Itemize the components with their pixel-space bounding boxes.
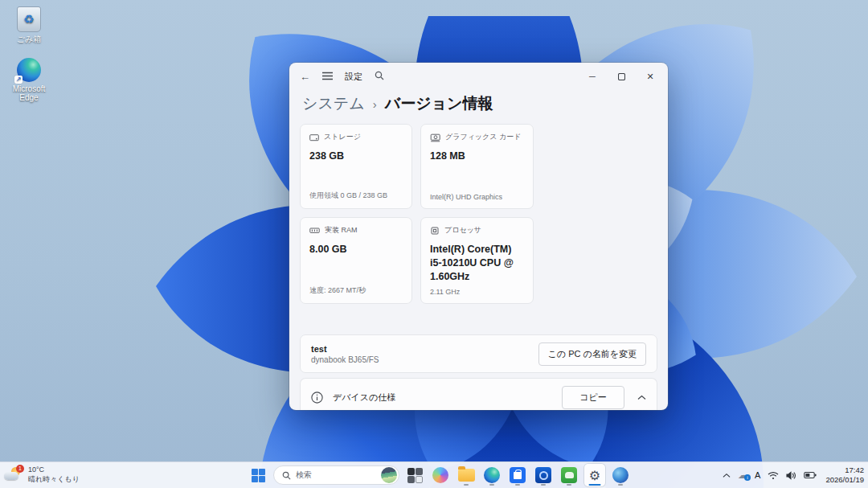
ime-indicator[interactable]: A: [755, 470, 760, 480]
task-view-button[interactable]: [404, 464, 425, 486]
clock-time: 17:42: [825, 465, 864, 475]
breadcrumb-separator-icon: ›: [373, 97, 377, 111]
bing-daily-image-icon[interactable]: [381, 467, 397, 483]
card-label: 実装 RAM: [325, 225, 358, 236]
device-model: dynabook BJ65/FS: [311, 355, 379, 364]
weather-widget[interactable]: 1 10°C 晴れ時々くもり: [4, 464, 80, 486]
edge-button[interactable]: [481, 464, 502, 486]
weather-condition: 晴れ時々くもり: [28, 475, 80, 485]
close-button[interactable]: ✕: [636, 66, 665, 87]
battery-icon[interactable]: [804, 471, 817, 479]
ram-icon: [309, 226, 320, 236]
app-title: 設定: [345, 71, 362, 83]
system-tray: ☁↕ A 17:42 2026/01/19: [723, 462, 864, 488]
card-footer: 速度: 2667 MT/秒: [309, 285, 403, 296]
rename-pc-button[interactable]: この PC の名前を変更: [538, 342, 646, 366]
volume-icon[interactable]: [786, 471, 796, 480]
device-spec-label: デバイスの仕様: [333, 392, 395, 404]
settings-window: ← 設定 ─ ✕ システム › バージョン情報 ストレージ: [289, 63, 668, 410]
taskbar-search[interactable]: 検索: [273, 465, 399, 485]
file-explorer-button[interactable]: [456, 464, 477, 486]
breadcrumb-parent[interactable]: システム: [302, 93, 365, 114]
card-footer: Intel(R) UHD Graphics: [430, 193, 524, 201]
start-button[interactable]: [248, 464, 268, 486]
taskbar-clock[interactable]: 17:42 2026/01/19: [825, 465, 864, 486]
card-label: ストレージ: [324, 132, 361, 142]
desktop-icon-label: Microsoft Edge: [2, 84, 55, 102]
page-title: バージョン情報: [385, 93, 493, 114]
card-label: プロセッサ: [444, 225, 481, 236]
onedrive-icon[interactable]: ☁↕: [738, 470, 747, 481]
titlebar[interactable]: ← 設定 ─ ✕: [289, 63, 668, 88]
search-icon[interactable]: [375, 71, 384, 83]
settings-button[interactable]: ⚙: [584, 464, 605, 486]
hidden-icons-chevron-icon[interactable]: [723, 473, 731, 478]
green-app-button[interactable]: [559, 464, 579, 486]
microsoft-store-button[interactable]: [507, 464, 528, 486]
device-name-card: test dynabook BJ65/FS この PC の名前を変更: [300, 334, 657, 373]
taskbar-center: 検索 ⚙: [248, 462, 631, 488]
maximize-button[interactable]: [607, 66, 636, 87]
breadcrumb: システム › バージョン情報: [289, 88, 668, 122]
windows-logo-icon: [252, 469, 265, 482]
info-icon: [311, 392, 323, 404]
card-footer: 使用領域 0 GB / 238 GB: [309, 191, 403, 201]
shortcut-arrow-icon: ↗: [14, 76, 23, 84]
card-value: Intel(R) Core(TM) i5-10210U CPU @ 1.60GH…: [430, 243, 524, 284]
card-value: 238 GB: [309, 150, 403, 163]
desktop-icon-edge[interactable]: ↗ Microsoft Edge: [2, 58, 55, 102]
card-footer: 2.11 GHz: [430, 288, 524, 296]
processor-card: プロセッサ Intel(R) Core(TM) i5-10210U CPU @ …: [420, 217, 534, 304]
outlook-button[interactable]: [533, 464, 554, 486]
weather-temp: 10°C: [28, 465, 80, 475]
search-icon: [282, 471, 291, 480]
back-icon[interactable]: ←: [300, 71, 310, 83]
device-name: test: [311, 344, 379, 354]
card-value: 128 MB: [430, 150, 524, 163]
graphics-card: グラフィックス カード 128 MB Intel(R) UHD Graphics: [420, 124, 534, 209]
onedrive-badge: ↕: [744, 474, 751, 481]
globe-app-button[interactable]: [610, 464, 631, 486]
edge-icon: [484, 467, 500, 483]
desktop-icon-recycle-bin[interactable]: ♻ ごみ箱: [2, 6, 55, 43]
task-view-icon: [407, 468, 423, 483]
hamburger-menu-icon[interactable]: [322, 71, 333, 83]
recycle-bin-icon: ♻: [17, 6, 41, 32]
wifi-icon[interactable]: [768, 471, 779, 480]
gpu-icon: [430, 133, 440, 142]
ram-card: 実装 RAM 8.00 GB 速度: 2667 MT/秒: [300, 217, 412, 304]
device-spec-row[interactable]: デバイスの仕様 コピー: [300, 378, 657, 410]
cpu-icon: [430, 226, 440, 236]
chevron-up-icon[interactable]: [637, 395, 646, 400]
outlook-icon: [535, 467, 551, 483]
search-placeholder: 検索: [296, 470, 376, 481]
storage-card: ストレージ 238 GB 使用領域 0 GB / 238 GB: [300, 124, 412, 209]
globe-app-icon: [612, 467, 628, 483]
clock-date: 2026/01/19: [825, 475, 864, 485]
settings-content: ストレージ 238 GB 使用領域 0 GB / 238 GB グラフィックス …: [289, 122, 668, 410]
copilot-button[interactable]: [430, 464, 451, 486]
desktop-icon-label: ごみ箱: [2, 35, 55, 43]
weather-icon: 1: [4, 466, 23, 484]
edge-icon: ↗: [17, 58, 41, 82]
file-explorer-icon: [458, 469, 475, 482]
card-label: グラフィックス カード: [445, 132, 521, 142]
notification-badge: 1: [16, 465, 24, 473]
card-value: 8.00 GB: [309, 243, 403, 256]
storage-icon: [309, 133, 319, 142]
store-icon: [510, 467, 526, 483]
gear-icon: ⚙: [589, 468, 600, 483]
copilot-icon: [432, 467, 448, 483]
taskbar: 1 10°C 晴れ時々くもり 検索 ⚙: [0, 461, 868, 488]
copy-button[interactable]: コピー: [562, 386, 624, 409]
green-app-icon: [561, 467, 577, 483]
minimize-button[interactable]: ─: [578, 66, 607, 87]
